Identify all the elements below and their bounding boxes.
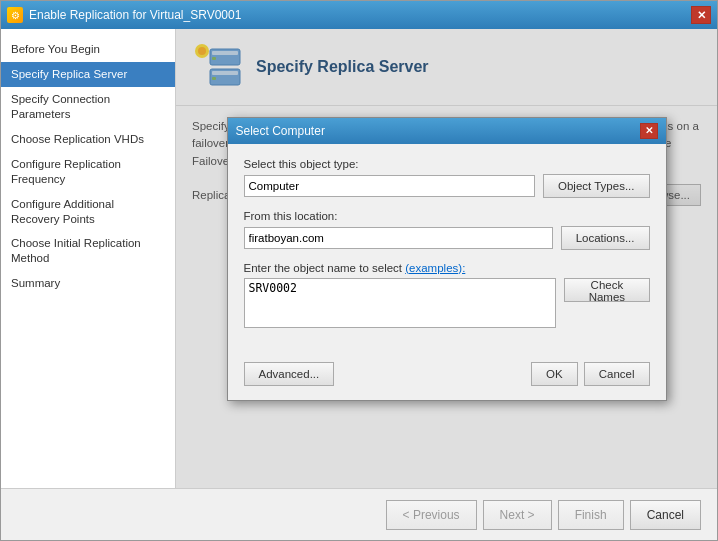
object-name-section: Enter the object name to select (example… (244, 262, 650, 328)
dialog-footer-right: OK Cancel (531, 362, 649, 386)
dialog-footer: Advanced... OK Cancel (228, 354, 666, 400)
dialog-close-button[interactable]: ✕ (640, 123, 658, 139)
check-names-button[interactable]: Check Names (564, 278, 649, 302)
dialog-body: Select this object type: Object Types...… (228, 144, 666, 354)
dialog-overlay: Select Computer ✕ Select this object typ… (176, 29, 717, 488)
main-content: Before You Begin Specify Replica Server … (1, 29, 717, 488)
dialog-ok-button[interactable]: OK (531, 362, 578, 386)
object-type-input[interactable] (244, 175, 536, 197)
location-label: From this location: (244, 210, 650, 222)
location-input[interactable] (244, 227, 553, 249)
locations-button[interactable]: Locations... (561, 226, 650, 250)
advanced-button[interactable]: Advanced... (244, 362, 335, 386)
sidebar-item-before-you-begin[interactable]: Before You Begin (1, 37, 175, 62)
main-window: ⚙ Enable Replication for Virtual_SRV0001… (0, 0, 718, 541)
title-bar: ⚙ Enable Replication for Virtual_SRV0001… (1, 1, 717, 29)
object-type-row: Object Types... (244, 174, 650, 198)
dialog-title: Select Computer (236, 124, 325, 138)
window-title: Enable Replication for Virtual_SRV0001 (29, 8, 241, 22)
sidebar: Before You Begin Specify Replica Server … (1, 29, 176, 488)
next-button[interactable]: Next > (483, 500, 552, 530)
window-close-button[interactable]: ✕ (691, 6, 711, 24)
previous-button[interactable]: < Previous (386, 500, 477, 530)
dialog-cancel-button[interactable]: Cancel (584, 362, 650, 386)
examples-link[interactable]: (examples): (405, 262, 465, 274)
select-computer-dialog: Select Computer ✕ Select this object typ… (227, 117, 667, 401)
title-bar-left: ⚙ Enable Replication for Virtual_SRV0001 (7, 7, 241, 23)
sidebar-item-configure-additional-recovery-points[interactable]: Configure Additional Recovery Points (1, 192, 175, 232)
object-name-textarea[interactable]: SRV0002 (244, 278, 557, 328)
object-type-section: Select this object type: Object Types... (244, 158, 650, 198)
object-name-label: Enter the object name to select (example… (244, 262, 650, 274)
sidebar-item-specify-replica-server[interactable]: Specify Replica Server (1, 62, 175, 87)
object-name-row: SRV0002 Check Names (244, 278, 650, 328)
sidebar-item-choose-replication-vhds[interactable]: Choose Replication VHDs (1, 127, 175, 152)
cancel-button[interactable]: Cancel (630, 500, 701, 530)
footer: < Previous Next > Finish Cancel (1, 488, 717, 540)
finish-button[interactable]: Finish (558, 500, 624, 530)
sidebar-item-summary[interactable]: Summary (1, 271, 175, 296)
location-section: From this location: Locations... (244, 210, 650, 250)
location-row: Locations... (244, 226, 650, 250)
window-icon: ⚙ (7, 7, 23, 23)
object-types-button[interactable]: Object Types... (543, 174, 650, 198)
sidebar-item-configure-replication-frequency[interactable]: Configure Replication Frequency (1, 152, 175, 192)
dialog-title-bar: Select Computer ✕ (228, 118, 666, 144)
right-panel: Specify Replica Server Specify the Repli… (176, 29, 717, 488)
sidebar-item-specify-connection-parameters[interactable]: Specify Connection Parameters (1, 87, 175, 127)
object-type-label: Select this object type: (244, 158, 650, 170)
sidebar-item-choose-initial-replication-method[interactable]: Choose Initial Replication Method (1, 231, 175, 271)
